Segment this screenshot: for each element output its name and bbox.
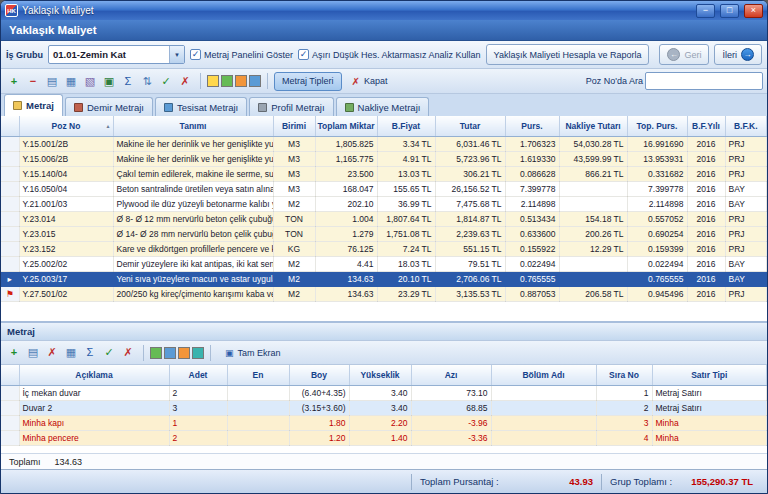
table-row[interactable]: Minha kapı11.802.20-3.963Minha	[1, 415, 767, 430]
cell-yukseklik: 3.40	[349, 400, 411, 415]
cancel-icon[interactable]: ✗	[119, 344, 137, 362]
kapat-button[interactable]: ✗ Kapat	[344, 71, 396, 92]
delete-icon[interactable]: −	[24, 72, 42, 90]
grup-toplami-label: Grup Toplamı :	[610, 476, 672, 487]
cell-birimi: M3	[273, 136, 315, 151]
analysis-icon[interactable]: ▧	[81, 72, 99, 90]
cell-poz-no: Y.27.501/02	[19, 286, 113, 301]
apply-icon[interactable]: ✓	[157, 72, 175, 90]
column-header-satir-tipi[interactable]: Satır Tipi	[652, 365, 767, 385]
sort-icon[interactable]: ⇅	[138, 72, 156, 90]
cell-top-purs: 16.991690	[627, 136, 687, 151]
table-row[interactable]: ▸Y.25.003/17Yeni sıva yüzeylere macun ve…	[1, 271, 767, 286]
blue-swatch-icon[interactable]	[164, 347, 176, 359]
column-header-en[interactable]: En	[227, 365, 289, 385]
cell-b-fiyat: 18.03 TL	[377, 256, 435, 271]
orange-swatch-icon[interactable]	[178, 347, 190, 359]
is-grubu-combobox[interactable]: 01.01-Zemin Kat ▼	[48, 45, 185, 64]
cell-en	[227, 385, 289, 400]
tam-ekran-button[interactable]: ▣ Tam Ekran	[217, 342, 289, 363]
table-row[interactable]: Y.23.152Kare ve dikdörtgen profillerle p…	[1, 241, 767, 256]
column-header-tutar[interactable]: Tutar	[435, 116, 505, 136]
yellow-swatch-icon[interactable]	[207, 75, 219, 87]
cell-nakliye-tutari: 43,599.99 TL	[559, 151, 627, 166]
column-header-yukseklik[interactable]: Yükseklik	[349, 365, 411, 385]
table-row[interactable]: Y.15.140/04Çakıl temin edilerek, makine …	[1, 166, 767, 181]
chevron-down-icon[interactable]: ▼	[169, 46, 184, 63]
column-header-boy[interactable]: Boy	[289, 365, 349, 385]
asiri-dusuk-checkbox[interactable]: ✓ Aşırı Düşük Hes. Aktarmasız Analiz Kul…	[298, 49, 481, 60]
table-row[interactable]: İç mekan duvar2(6.40+4.35)3.4073.101Metr…	[1, 385, 767, 400]
column-header-bf-yili[interactable]: B.F.Yılı	[687, 116, 725, 136]
column-header-bfk[interactable]: B.F.K.	[725, 116, 767, 136]
cell-nakliye-tutari	[559, 181, 627, 196]
profil-metraji-tab-icon	[258, 103, 267, 112]
green-swatch-icon[interactable]	[221, 75, 233, 87]
poz-no-search-input[interactable]	[645, 72, 763, 90]
cell-tutar: 3,135.53 TL	[435, 286, 505, 301]
cell-birimi: M2	[273, 256, 315, 271]
tab-tesisat-metraji[interactable]: Tesisat Metrajı	[155, 97, 247, 116]
ileri-button[interactable]: İleri →	[714, 44, 762, 65]
column-header-b-fiyat[interactable]: B.Fiyat	[377, 116, 435, 136]
maximize-button[interactable]: □	[720, 4, 739, 18]
column-header-top-purs[interactable]: Top. Purs.	[627, 116, 687, 136]
row-indicator	[1, 151, 19, 166]
blue-swatch-icon[interactable]	[249, 75, 261, 87]
row-indicator	[1, 256, 19, 271]
table-row[interactable]: ⚑Y.27.501/02200/250 kg kireç/çimento kar…	[1, 286, 767, 301]
table-row[interactable]: Y.16.050/04Beton santralinde üretilen ve…	[1, 181, 767, 196]
close-button[interactable]: ×	[744, 4, 763, 18]
column-header-poz-no[interactable]: Poz No▲	[19, 116, 113, 136]
table-row[interactable]: Minha pencere21.201.40-3.364Minha	[1, 430, 767, 445]
table-row[interactable]: Y.15.001/2BMakine ile her derinlik ve he…	[1, 136, 767, 151]
column-header-toplam-miktar[interactable]: Toplam Miktar	[315, 116, 377, 136]
cell-toplam-miktar: 1,805.825	[315, 136, 377, 151]
minimize-button[interactable]: −	[696, 4, 715, 18]
metraj-tipleri-button[interactable]: Metraj Tipleri	[274, 72, 342, 91]
grid-edit-icon[interactable]: ▤	[24, 344, 42, 362]
column-header-nakliye-tutari[interactable]: Nakliye Tutarı	[559, 116, 627, 136]
table-row[interactable]: Duvar 23(3.15+3.60)3.4068.852Metraj Satı…	[1, 400, 767, 415]
sum-icon[interactable]: Σ	[119, 72, 137, 90]
table-row[interactable]: Y.23.014Ø 8- Ø 12 mm nervürlü beton çeli…	[1, 211, 767, 226]
geri-button[interactable]: ← Geri	[659, 44, 709, 65]
sum-icon[interactable]: Σ	[81, 344, 99, 362]
column-header-purs[interactable]: Purs.	[505, 116, 559, 136]
column-header-birimi[interactable]: Birimi	[273, 116, 315, 136]
table-row[interactable]: Y.15.006/2BMakine ile her derinlik ve he…	[1, 151, 767, 166]
green-swatch-icon[interactable]	[150, 347, 162, 359]
teal-swatch-icon[interactable]	[192, 347, 204, 359]
metraj-grid-body: İç mekan duvar2(6.40+4.35)3.4073.101Metr…	[1, 385, 767, 445]
grid-icon[interactable]: ▦	[62, 72, 80, 90]
cell-bf-yili: 2016	[687, 241, 725, 256]
export-excel-icon[interactable]: ▣	[100, 72, 118, 90]
cancel-icon[interactable]: ✗	[176, 72, 194, 90]
tab-nakliye-metraji[interactable]: Nakliye Metrajı	[336, 97, 430, 116]
table-row[interactable]: Y.21.001/03Plywood ile düz yüzeyli beton…	[1, 196, 767, 211]
status-bar: Toplam Pursantaj : 43.93 Grup Toplamı : …	[1, 469, 767, 493]
column-header-azi[interactable]: Azı	[411, 365, 491, 385]
delete-row-icon[interactable]: ✗	[43, 344, 61, 362]
tab-profil-metraji[interactable]: Profil Metrajı	[249, 97, 333, 116]
column-header-adet[interactable]: Adet	[169, 365, 227, 385]
column-header-bolum-adi[interactable]: Bölüm Adı	[491, 365, 596, 385]
column-header-tanimi[interactable]: Tanımı	[113, 116, 273, 136]
apply-icon[interactable]: ✓	[100, 344, 118, 362]
metraj-total-value: 134.63	[55, 457, 83, 467]
tab-demir-metraji[interactable]: Demir Metrajı	[65, 97, 153, 116]
add-row-icon[interactable]: +	[5, 344, 23, 362]
column-header-sira-no[interactable]: Sıra No	[596, 365, 652, 385]
add-icon[interactable]: +	[5, 72, 23, 90]
copy-icon[interactable]: ▤	[43, 72, 61, 90]
cell-bolum-adi	[491, 430, 596, 445]
metraj-paneli-checkbox[interactable]: ✓ Metraj Panelini Göster	[190, 49, 293, 60]
orange-swatch-icon[interactable]	[235, 75, 247, 87]
hesapla-raporla-button[interactable]: Yaklaşık Maliyeti Hesapla ve Raporla	[486, 44, 650, 65]
table-row[interactable]: Y.25.002/02Demir yüzeylere iki kat antip…	[1, 256, 767, 271]
column-header-aciklama[interactable]: Açıklama	[19, 365, 169, 385]
table-row[interactable]: Y.23.015Ø 14- Ø 28 mm nervürlü beton çel…	[1, 226, 767, 241]
copy-row-icon[interactable]: ▦	[62, 344, 80, 362]
cell-tutar: 79.51 TL	[435, 256, 505, 271]
tab-metraj[interactable]: Metraj	[4, 94, 63, 116]
